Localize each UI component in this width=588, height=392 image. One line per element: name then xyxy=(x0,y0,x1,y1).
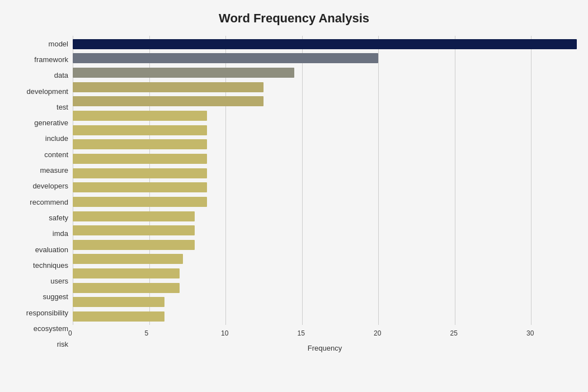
x-tick-20: 20 xyxy=(374,329,381,337)
bar-framework xyxy=(73,53,378,63)
y-axis: modelframeworkdatadevelopmenttestgenerat… xyxy=(11,36,73,352)
bar-row-recommend xyxy=(73,181,577,193)
bar-row-risk xyxy=(73,310,577,323)
bar-row-test xyxy=(73,95,577,107)
bar-content xyxy=(73,139,207,149)
bar-row-techniques xyxy=(73,239,577,251)
bar-row-generative xyxy=(73,110,577,122)
bar-responsibility xyxy=(73,283,180,293)
bar-row-responsibility xyxy=(73,282,577,294)
bar-model xyxy=(73,39,577,49)
y-label-ecosystem: ecosystem xyxy=(34,321,68,336)
bar-row-measure xyxy=(73,153,577,165)
y-label-include: include xyxy=(45,131,68,146)
bar-test xyxy=(73,96,264,106)
bar-row-users xyxy=(73,253,577,265)
bar-row-safety xyxy=(73,196,577,208)
y-label-test: test xyxy=(57,100,68,114)
bar-row-ecosystem xyxy=(73,296,577,308)
bar-row-evaluation xyxy=(73,224,577,237)
y-label-generative: generative xyxy=(34,116,68,130)
y-label-framework: framework xyxy=(34,52,68,67)
bar-data xyxy=(73,68,294,78)
bar-risk xyxy=(73,311,164,322)
bar-row-development xyxy=(73,81,577,93)
bar-row-include xyxy=(73,124,577,136)
y-label-developers: developers xyxy=(32,179,68,193)
bar-development xyxy=(73,82,264,92)
y-label-responsibility: responsibility xyxy=(26,305,68,320)
x-axis-label: Frequency xyxy=(73,344,577,352)
x-tick-0: 0 xyxy=(68,329,72,337)
x-tick-10: 10 xyxy=(221,329,228,337)
bar-row-model xyxy=(73,38,577,50)
y-label-imda: imda xyxy=(53,226,68,241)
bar-developers xyxy=(73,168,207,178)
bar-row-suggest xyxy=(73,267,577,280)
bar-evaluation xyxy=(73,225,195,235)
y-label-risk: risk xyxy=(57,337,68,352)
bar-row-imda xyxy=(73,210,577,223)
y-label-users: users xyxy=(50,274,68,289)
bar-row-data xyxy=(73,67,577,79)
bar-imda xyxy=(73,211,195,221)
bar-measure xyxy=(73,154,207,164)
y-label-techniques: techniques xyxy=(33,258,68,272)
bar-row-developers xyxy=(73,167,577,180)
y-label-model: model xyxy=(49,36,68,51)
bar-techniques xyxy=(73,240,195,250)
y-label-data: data xyxy=(54,68,68,83)
x-tick-5: 5 xyxy=(145,329,149,337)
bar-row-framework xyxy=(73,52,577,64)
bar-ecosystem xyxy=(73,297,164,307)
bar-safety xyxy=(73,197,207,207)
x-tick-30: 30 xyxy=(526,329,534,337)
bar-users xyxy=(73,254,183,264)
y-label-recommend: recommend xyxy=(30,195,68,209)
bar-row-content xyxy=(73,138,577,150)
x-tick-15: 15 xyxy=(298,329,305,337)
y-label-content: content xyxy=(44,147,68,162)
bar-include xyxy=(73,125,207,135)
y-label-development: development xyxy=(27,84,68,98)
x-tick-25: 25 xyxy=(450,329,458,337)
chart-container: Word Frequency Analysis modelframeworkda… xyxy=(0,0,588,392)
bar-recommend xyxy=(73,182,207,192)
y-label-safety: safety xyxy=(49,210,68,225)
y-label-measure: measure xyxy=(40,163,68,178)
bar-generative xyxy=(73,111,207,121)
bar-suggest xyxy=(73,268,180,278)
chart-title: Word Frequency Analysis xyxy=(11,11,577,26)
y-label-evaluation: evaluation xyxy=(35,242,68,257)
y-label-suggest: suggest xyxy=(43,290,68,304)
